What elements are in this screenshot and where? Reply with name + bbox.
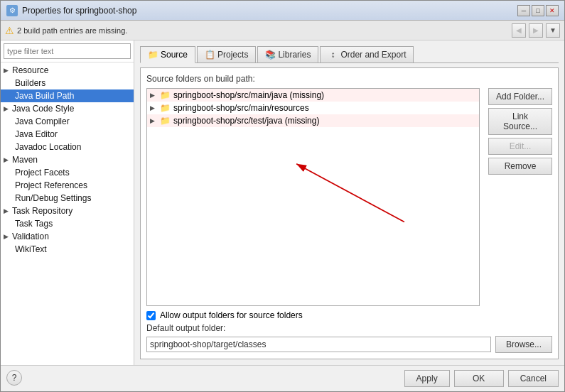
title-bar-left: ⚙ Properties for springboot-shop [6,5,136,16]
sidebar-item-label: Java Code Style [12,104,74,114]
sidebar-item-label: Project Facets [15,168,70,178]
default-output-label: Default output folder: [146,323,552,333]
tab-label: Libraries [278,50,311,60]
link-source-button[interactable]: Link Source... [488,108,552,135]
folder-icon: 📁 [160,103,171,113]
expand-arrow: ▶ [4,105,9,112]
sidebar-item-project-references[interactable]: Project References [1,179,134,192]
sidebar-item-label: Java Editor [15,129,58,139]
edit-button[interactable]: Edit... [488,138,552,155]
projects-tab-icon: 📋 [205,50,215,60]
sidebar-item-builders[interactable]: Builders [1,77,134,89]
warning-icon: ⚠ [5,25,14,36]
close-button[interactable]: ✕ [546,5,559,16]
dropdown-button[interactable]: ▼ [546,23,560,38]
source-list: ▶ 📁 springboot-shop/src/main/java (missi… [146,88,480,306]
window-title: Properties for springboot-shop [22,6,136,16]
search-input[interactable] [4,43,131,59]
folder-icon: 📁 [160,116,171,126]
tab-label: Projects [217,50,248,60]
source-item-label: springboot-shop/src/test/java (missing) [173,116,319,126]
sidebar-item-java-editor[interactable]: Java Editor [1,128,134,141]
sidebar-item-label: Maven [12,155,38,165]
libraries-tab-icon: 📚 [265,50,275,60]
sidebar-item-label: Javadoc Location [15,142,81,152]
sidebar-item-task-tags[interactable]: Task Tags [1,217,134,230]
title-bar: ⚙ Properties for springboot-shop ─ □ ✕ [1,1,564,21]
allow-output-folders-checkbox[interactable] [146,311,156,320]
sidebar-item-javadoc-location[interactable]: Javadoc Location [1,141,134,153]
warning-message: 2 build path entries are missing. [17,26,509,35]
sidebar-item-java-build-path[interactable]: Java Build Path [1,89,134,102]
source-item-label: springboot-shop/src/main/java (missing) [173,90,324,100]
maximize-button[interactable]: □ [532,5,544,16]
sidebar-item-resource[interactable]: ▶ Resource [1,64,134,77]
tab-bar: 📁 Source 📋 Projects 📚 Libraries ↕ Order … [140,46,559,63]
output-folder-input[interactable] [146,337,491,352]
sidebar-item-label: Task Repository [12,206,72,216]
allow-output-folders-row: Allow output folders for source folders [146,310,552,320]
sidebar-item-label: WikiText [15,244,47,254]
tab-order-export[interactable]: ↕ Order and Export [320,46,414,62]
expand-arrow: ▶ [4,156,9,163]
ok-button[interactable]: OK [454,370,504,387]
toolbar: ⚠ 2 build path entries are missing. ◀ ▶ … [1,21,564,40]
tab-source[interactable]: 📁 Source [140,46,195,63]
cancel-button[interactable]: Cancel [508,370,559,387]
back-button[interactable]: ◀ [512,23,526,38]
minimize-button[interactable]: ─ [517,5,530,16]
sidebar-item-validation[interactable]: ▶ Validation [1,230,134,243]
sidebar-item-label: Resource [12,65,48,75]
sidebar-item-wikitext[interactable]: WikiText [1,243,134,256]
source-panel: Source folders on build path: ▶ 📁 spring… [140,67,559,359]
source-tab-icon: 📁 [148,50,158,60]
sidebar-item-task-repository[interactable]: ▶ Task Repository [1,205,134,217]
browse-button[interactable]: Browse... [495,336,552,353]
source-item-src-main-java[interactable]: ▶ 📁 springboot-shop/src/main/java (missi… [147,89,479,102]
source-item-label: springboot-shop/src/main/resources [173,103,309,113]
add-folder-button[interactable]: Add Folder... [488,88,552,105]
forward-button[interactable]: ▶ [529,23,543,38]
output-folder-row: Browse... [146,336,552,353]
expand-arrow: ▶ [150,104,157,111]
bottom-area: Allow output folders for source folders … [146,310,552,353]
source-item-src-test-java[interactable]: ▶ 📁 springboot-shop/src/test/java (missi… [147,114,479,127]
sidebar: ▶ Resource Builders Java Build Path ▶ Ja… [1,40,134,365]
sidebar-item-label: Project References [15,180,87,190]
sidebar-item-label: Run/Debug Settings [15,193,91,203]
allow-output-folders-label: Allow output folders for source folders [160,310,303,320]
title-buttons: ─ □ ✕ [517,5,559,16]
sidebar-item-label: Task Tags [15,219,53,229]
sidebar-item-label: Validation [12,232,49,241]
sidebar-item-run-debug[interactable]: Run/Debug Settings [1,192,134,205]
expand-arrow: ▶ [150,117,157,124]
apply-button[interactable]: Apply [404,370,450,387]
sidebar-item-label: Java Compiler [15,116,70,126]
remove-button[interactable]: Remove [488,158,552,175]
search-box [1,40,134,62]
window-icon: ⚙ [6,5,18,16]
tab-libraries[interactable]: 📚 Libraries [257,46,318,62]
source-panel-inner: ▶ 📁 springboot-shop/src/main/java (missi… [146,88,552,306]
footer: ? Apply OK Cancel [1,365,564,391]
tab-label: Source [161,50,188,60]
source-item-src-main-resources[interactable]: ▶ 📁 springboot-shop/src/main/resources [147,102,479,114]
help-button[interactable]: ? [6,370,22,386]
sidebar-item-label: Builders [15,78,45,88]
sidebar-item-java-compiler[interactable]: Java Compiler [1,115,134,128]
source-list-container: ▶ 📁 springboot-shop/src/main/java (missi… [146,88,480,306]
folder-icon: 📁 [160,90,171,100]
tab-projects[interactable]: 📋 Projects [197,46,256,62]
sidebar-item-label: Java Build Path [15,91,74,101]
action-buttons: Add Folder... Link Source... Edit... Rem… [488,88,552,306]
svg-line-1 [296,164,404,222]
expand-arrow: ▶ [4,207,9,214]
sidebar-item-java-code-style[interactable]: ▶ Java Code Style [1,102,134,115]
source-panel-label: Source folders on build path: [146,74,552,84]
order-tab-icon: ↕ [328,50,338,60]
main-panel: 📁 Source 📋 Projects 📚 Libraries ↕ Order … [134,40,564,365]
sidebar-item-maven[interactable]: ▶ Maven [1,153,134,166]
sidebar-item-project-facets[interactable]: Project Facets [1,166,134,179]
properties-window: ⚙ Properties for springboot-shop ─ □ ✕ ⚠… [0,0,565,392]
sidebar-list: ▶ Resource Builders Java Build Path ▶ Ja… [1,62,134,365]
